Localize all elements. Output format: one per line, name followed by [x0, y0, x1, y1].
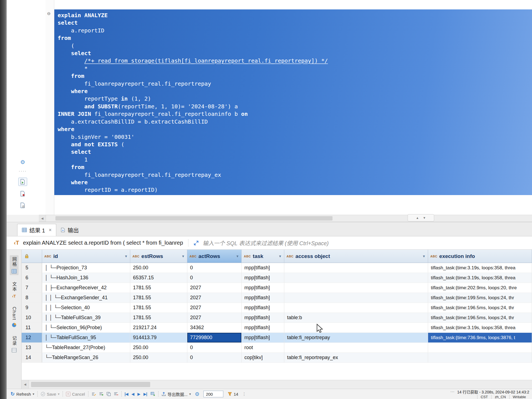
filter-caret-icon[interactable]: ▼ [124, 254, 128, 258]
column-header-estrows[interactable]: ABC estRows ▼ [130, 250, 187, 263]
cell-exec[interactable]: tiflash_task:{time:736.9ms, loops:3876, … [428, 333, 532, 342]
table-corner-cell[interactable] [22, 250, 42, 263]
scrollbar-thumb[interactable] [55, 216, 332, 221]
table-row[interactable]: 6│ └─HashJoin_13665357.150mpp[tiflash]ti… [22, 273, 532, 283]
table-row[interactable]: 5│ └─Projection_73250.000mpp[tiflash]tif… [22, 263, 532, 273]
cell-exec[interactable]: tiflash_task:{time:196.5ms, loops:24, th… [428, 303, 532, 313]
presentation-text[interactable]: 文本 ‹T [10, 280, 19, 300]
duplicate-row-button[interactable] [106, 392, 111, 396]
row-number[interactable]: 10 [22, 313, 42, 323]
table-row[interactable]: 10│ │ └─TableFullScan_391781.552027mpp[t… [22, 313, 532, 323]
cell-task[interactable]: mpp[tiflash] [242, 263, 284, 273]
table-horizontal-scrollbar[interactable]: ◀ [22, 380, 532, 389]
status-timezone[interactable]: CST [477, 395, 491, 399]
panel-sash-control[interactable]: ▲ ▼ [408, 214, 434, 221]
cell-exec[interactable]: tiflash_task:{time:3.19s, loops:358, thr… [428, 273, 532, 283]
tab-result-1[interactable]: 结果 1 × [17, 224, 56, 236]
cell-access[interactable] [284, 283, 428, 293]
row-number[interactable]: 9 [22, 303, 42, 313]
cell-task[interactable]: mpp[tiflash] [242, 283, 284, 293]
table-row[interactable]: 12│ └─TableFullScan_95914413.7977299800m… [22, 333, 532, 343]
row-number[interactable]: 6 [22, 273, 42, 283]
results-table[interactable]: ABC id ▼ ABC estRows ▼ ABC actRows ▼ ABC… [22, 250, 532, 380]
refresh-button[interactable]: ↻ Refresh ▾ [11, 392, 34, 397]
nav-prev-button[interactable]: ◀ [131, 392, 134, 396]
table-row[interactable]: 14 └─TableRangeScan_26250.000cop[tikv]ta… [22, 353, 532, 363]
column-header-access-object[interactable]: ABC access object ▼ [284, 250, 428, 263]
cell-est[interactable]: 250.00 [130, 343, 187, 352]
expand-filter-icon[interactable] [193, 240, 199, 246]
sash-down-icon[interactable]: ▼ [423, 216, 426, 219]
chevron-down-icon[interactable]: ▾ [189, 392, 191, 396]
cell-exec[interactable]: tiflash_task:{time:196.5ms, loops:24, th… [428, 313, 532, 323]
file-modified-button[interactable] [19, 190, 26, 198]
add-row-button[interactable] [99, 392, 104, 396]
cell-access[interactable]: table:b [284, 313, 428, 323]
table-row[interactable]: 11│ └─Selection_96(Probe)219217.2434362m… [22, 323, 532, 333]
cell-act[interactable]: 0 [187, 273, 242, 283]
cell-exec[interactable]: tiflash_task:{time:202.9ms, loops:20, th… [428, 283, 532, 293]
cell-task[interactable]: mpp[tiflash] [242, 333, 284, 342]
editor-gutter[interactable]: ⊖ [45, 0, 54, 215]
fetch-size-input[interactable]: 200 [203, 391, 223, 397]
cell-act[interactable]: 34362 [187, 323, 242, 332]
sash-up-icon[interactable]: ▲ [416, 216, 419, 219]
cell-act[interactable]: 2027 [187, 313, 242, 323]
cell-access[interactable]: table:fi_reportrepay_ex [284, 353, 428, 362]
cell-task[interactable]: mpp[tiflash] [242, 273, 284, 283]
cell-act[interactable]: 0 [187, 343, 242, 352]
cell-id[interactable]: │ │ └─Selection_40 [42, 303, 130, 313]
nav-last-button[interactable]: ▶| [144, 392, 147, 396]
cell-act[interactable]: 0 [187, 263, 242, 273]
status-writable[interactable]: Writable [509, 395, 529, 399]
cell-act[interactable]: 2027 [187, 303, 242, 313]
cell-est[interactable]: 1781.55 [130, 293, 187, 303]
delete-row-button[interactable] [114, 392, 118, 396]
status-locale[interactable]: zh_CN [491, 395, 509, 399]
tab-output[interactable]: 输出 [56, 224, 83, 236]
filter-caret-icon[interactable]: ▼ [278, 254, 282, 258]
cell-id[interactable]: │ │ └─ExchangeSender_41 [42, 293, 130, 303]
gear-icon[interactable]: ⚙ [195, 392, 200, 397]
cell-access[interactable] [284, 273, 428, 283]
table-row[interactable]: 7│ ├─ExchangeReceiver_421781.552027mpp[t… [22, 283, 532, 293]
row-number[interactable]: 13 [22, 343, 42, 352]
column-header-execution-info[interactable]: ABC execution info [428, 250, 532, 263]
chevron-down-icon[interactable]: ▾ [33, 392, 34, 396]
filter-count-indicator[interactable]: 14 [228, 392, 238, 397]
cell-est[interactable]: 250.00 [130, 353, 187, 362]
cell-id[interactable]: └─TableRangeScan_26 [42, 353, 130, 362]
scrollbar-thumb[interactable] [31, 382, 150, 387]
filter-caret-icon[interactable]: ▼ [422, 254, 426, 258]
row-number[interactable]: 5 [22, 263, 42, 273]
cell-exec[interactable] [428, 353, 532, 362]
cell-access[interactable] [284, 263, 428, 273]
run-script-button[interactable] [18, 178, 27, 186]
cell-id[interactable]: │ └─HashJoin_136 [42, 273, 130, 283]
close-tab-icon[interactable]: × [49, 227, 52, 233]
presentation-chart[interactable]: Chart [11, 305, 18, 329]
cell-act[interactable]: 2027 [187, 283, 242, 293]
row-number[interactable]: 12 [22, 333, 42, 342]
nav-next-button[interactable]: ▶ [137, 392, 140, 396]
overflow-dots-icon[interactable]: ⋯ [450, 389, 454, 394]
cell-act[interactable]: 2027 [187, 293, 242, 303]
nav-first-button[interactable]: |◀ [125, 392, 128, 396]
row-number[interactable]: 11 [22, 323, 42, 332]
edit-cell-button[interactable] [91, 392, 96, 396]
fold-collapse-icon[interactable]: ⊖ [47, 11, 51, 16]
cell-task[interactable]: cop[tikv] [242, 353, 284, 362]
cell-access[interactable] [284, 293, 428, 303]
chevron-down-icon[interactable]: ▾ [58, 392, 60, 396]
cell-act[interactable]: 0 [187, 353, 242, 362]
filter-caret-icon[interactable]: ▼ [236, 254, 239, 258]
cell-exec[interactable] [428, 343, 532, 352]
row-number[interactable]: 14 [22, 353, 42, 362]
cell-exec[interactable]: tiflash_task:{time:3.19s, loops:358, thr… [428, 323, 532, 332]
column-header-actrows[interactable]: ABC actRows ▼ [187, 250, 242, 263]
save-button[interactable]: Save ▾ [41, 392, 60, 397]
sql-editor[interactable]: ⚙ ···· [7, 0, 532, 215]
cell-id[interactable]: │ │ └─TableFullScan_39 [42, 313, 130, 323]
cell-est[interactable]: 65357.15 [130, 273, 187, 283]
cell-access[interactable] [284, 323, 428, 332]
